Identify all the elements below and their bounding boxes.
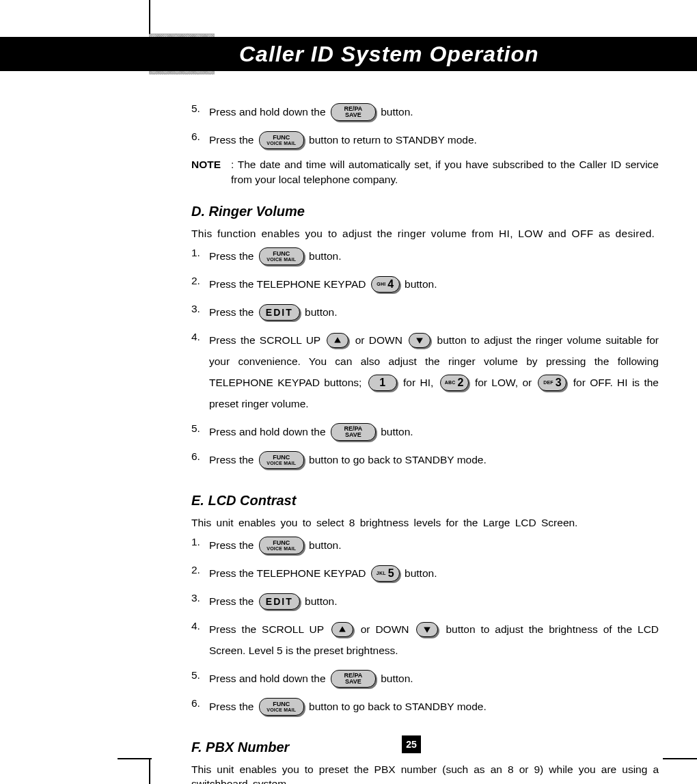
step-text: or DOWN (361, 623, 415, 635)
step-text: Press and hold down the (209, 426, 329, 437)
header-band: Caller ID System Operation (0, 37, 697, 71)
step-text: button. (305, 306, 337, 318)
step-number: 6. (191, 449, 209, 464)
step-text: button. (305, 595, 337, 607)
edit-key: EDIT (259, 304, 300, 321)
step-text: button. (381, 673, 413, 684)
step-number: 6. (191, 696, 209, 711)
edit-key: EDIT (259, 593, 300, 610)
section-heading-d: D. Ringer Volume (191, 202, 659, 221)
note-label: NOTE (191, 157, 231, 187)
func-voicemail-key: FUNCVOICE MAIL (259, 537, 304, 554)
note-text: : The date and time will automatically s… (231, 157, 659, 187)
step-text: for HI, (403, 377, 438, 388)
keypad-1-key: 1 (368, 375, 397, 391)
scroll-up-key (327, 333, 348, 348)
repa-save-key: RE/PASAVE (331, 670, 376, 688)
step-number: 3. (191, 301, 209, 316)
scroll-up-key (331, 622, 353, 637)
step-number: 1. (191, 245, 209, 260)
keypad-4-key: GHI4 (371, 276, 400, 293)
step-text: button. (381, 106, 413, 118)
step-number: 4. (191, 619, 209, 634)
page-title: Caller ID System Operation (239, 42, 539, 67)
step-number: 4. (191, 329, 209, 344)
func-voicemail-key: FUNCVOICE MAIL (259, 451, 304, 469)
step-text: button. (309, 250, 341, 262)
step-text: button. (405, 278, 437, 290)
step-text: Press and hold down the (209, 106, 329, 118)
step-text: Press the TELEPHONE KEYPAD (209, 278, 369, 290)
step-text: button. (405, 567, 437, 579)
svg-marker-1 (416, 338, 423, 343)
step-text: button to go back to STANDBY mode. (309, 454, 487, 465)
step-text: Press the (209, 539, 257, 551)
step-text: Press the (209, 454, 257, 465)
scroll-down-key (409, 333, 430, 348)
func-voicemail-key: FUNCVOICE MAIL (259, 698, 304, 716)
step-text: Press the TELEPHONE KEYPAD (209, 567, 369, 579)
section-heading-e: E. LCD Contrast (191, 491, 659, 510)
step-text: button to return to STANDBY mode. (309, 134, 477, 146)
svg-marker-3 (424, 627, 431, 632)
step-text: button. (309, 539, 341, 551)
step-number: 5. (191, 421, 209, 436)
step-number: 5. (191, 101, 209, 116)
step-text: Press the SCROLL UP (209, 623, 329, 635)
section-intro: This unit enables you to preset the PBX … (191, 762, 659, 784)
step-number: 2. (191, 273, 209, 288)
step-text: button. (381, 426, 413, 437)
section-intro: This unit enables you to select 8 bright… (191, 515, 659, 530)
func-voicemail-key: FUNCVOICE MAIL (259, 131, 304, 149)
repa-save-key: RE/PASAVE (331, 103, 376, 121)
step-text: Press the (209, 701, 257, 712)
svg-marker-0 (334, 337, 341, 342)
page-number: 25 (402, 735, 421, 753)
func-voicemail-key: FUNCVOICE MAIL (259, 247, 304, 265)
step-text: Press the (209, 134, 257, 146)
keypad-3-key: DEF3 (538, 375, 566, 391)
page-content: 5. Press and hold down the RE/PASAVE but… (191, 97, 659, 784)
section-heading-f: F. PBX Number (191, 738, 659, 757)
keypad-2-key: ABC2 (440, 375, 469, 391)
step-number: 1. (191, 535, 209, 550)
step-text: button to go back to STANDBY mode. (309, 701, 487, 712)
step-text: for LOW, or (475, 377, 536, 388)
step-number: 2. (191, 563, 209, 578)
step-number: 5. (191, 668, 209, 683)
section-intro: This function enables you to adjust the … (191, 226, 659, 241)
svg-marker-2 (339, 626, 346, 632)
repa-save-key: RE/PASAVE (331, 423, 376, 441)
step-text: or DOWN (355, 334, 407, 346)
scroll-down-key (416, 622, 438, 637)
step-text: Press the SCROLL UP (209, 334, 325, 346)
step-text: Press the (209, 306, 257, 318)
step-text: Press the (209, 250, 257, 262)
step-number: 3. (191, 591, 209, 606)
step-text: Press and hold down the (209, 673, 329, 684)
step-text: Press the (209, 595, 257, 607)
step-number: 6. (191, 129, 209, 144)
keypad-5-key: JKL5 (371, 565, 400, 582)
